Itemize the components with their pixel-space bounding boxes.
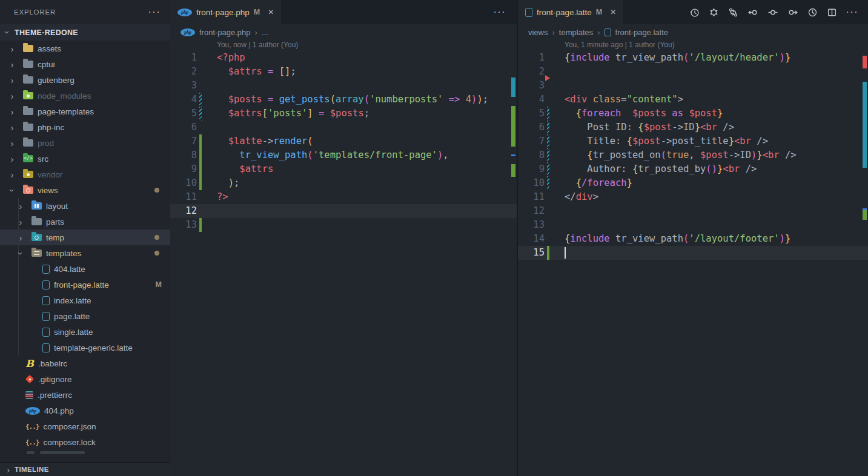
code-line-15[interactable]: 15	[518, 246, 868, 260]
line-number[interactable]: 10	[170, 176, 197, 190]
line-number[interactable]: 3	[170, 79, 197, 93]
workspace-section-header[interactable]: › THEME-REDONE	[0, 24, 170, 41]
breadcrumb-folder[interactable]: views	[528, 28, 548, 37]
tree-item--prettierrc[interactable]: .prettierrc	[0, 387, 170, 403]
code-line-10[interactable]: 10 );	[170, 176, 517, 190]
line-number[interactable]: 1	[518, 51, 545, 65]
tree-item-composer-lock[interactable]: {..}composer.lock	[0, 434, 170, 450]
code-line-1[interactable]: 1{include tr_view_path('/layout/header')…	[518, 51, 868, 65]
tree-item-temp[interactable]: ›temp	[0, 230, 170, 245]
code-line-2[interactable]: 2	[518, 65, 868, 79]
breadcrumb[interactable]: php front-page.php › ...	[170, 24, 517, 40]
tree-item-template-generic-latte[interactable]: template-generic.latte	[0, 340, 170, 355]
tree-item-php-inc[interactable]: ›php-inc	[0, 119, 170, 135]
code-line-11[interactable]: 11</div>	[518, 190, 868, 204]
tree-item-node-modules[interactable]: ›node_modules	[0, 88, 170, 104]
line-number[interactable]: 6	[170, 121, 197, 134]
code-editor-php[interactable]: You, now | 1 author (You) 1<?php2 $attrs…	[170, 40, 517, 476]
line-number[interactable]: 2	[170, 65, 197, 79]
current-change-icon[interactable]	[767, 7, 778, 18]
previous-change-icon[interactable]	[747, 7, 758, 18]
code-line-12[interactable]: 12	[170, 204, 517, 218]
line-number[interactable]: 5	[170, 107, 197, 121]
close-icon[interactable]: ✕	[268, 8, 274, 16]
line-number[interactable]: 7	[170, 134, 197, 148]
close-icon[interactable]: ✕	[610, 8, 616, 16]
code-editor-latte[interactable]: You, 1 minute ago | 1 author (You) 1{inc…	[518, 40, 868, 476]
code-line-6[interactable]: 6 Post ID: {$post->ID}<br />	[518, 121, 868, 134]
explorer-more-actions-icon[interactable]: ···	[148, 9, 161, 15]
line-number[interactable]: 12	[170, 204, 197, 218]
line-number[interactable]: 3	[518, 79, 545, 93]
line-number[interactable]: 12	[518, 204, 545, 218]
code-line-8[interactable]: 8 tr_view_path('templates/front-page'),	[170, 148, 517, 162]
tree-item--babelrc[interactable]: B.babelrc	[0, 355, 170, 371]
tree-item-src[interactable]: ›</>src	[0, 151, 170, 167]
codelens[interactable]: You, 1 minute ago | 1 author (You)	[565, 40, 868, 51]
tree-item-gutenberg[interactable]: ›gutenberg	[0, 72, 170, 88]
line-number[interactable]: 9	[518, 162, 545, 176]
editor-more-actions-icon[interactable]: ···	[494, 9, 517, 15]
tree-item--gitignore[interactable]: .gitignore	[0, 371, 170, 387]
tree-item-index-latte[interactable]: index.latte	[0, 293, 170, 308]
tree-item-templates[interactable]: ›templates	[0, 245, 170, 261]
tree-item-page-templates[interactable]: ›page-templates	[0, 104, 170, 119]
codelens[interactable]: You, now | 1 author (You)	[217, 40, 517, 51]
tree-item-single-latte[interactable]: single.latte	[0, 324, 170, 340]
tree-item-404-latte[interactable]: 404.latte	[0, 261, 170, 277]
pinwheel-icon[interactable]	[709, 7, 719, 18]
tree-item-parts[interactable]: ›parts	[0, 214, 170, 230]
tab-front-page-latte[interactable]: front-page.latte M ✕	[518, 0, 623, 24]
line-number[interactable]: 4	[170, 93, 197, 107]
line-number[interactable]: 13	[518, 218, 545, 232]
history-icon[interactable]	[689, 7, 700, 18]
code-line-10[interactable]: 10 {/foreach}	[518, 176, 868, 190]
code-line-7[interactable]: 7 Title: {$post->post_title}<br />	[518, 134, 868, 148]
code-line-7[interactable]: 7 $latte->render(	[170, 134, 517, 148]
code-line-1[interactable]: 1<?php	[170, 51, 517, 65]
timeline-section-header[interactable]: › TIMELINE	[0, 462, 170, 476]
breadcrumb-file[interactable]: front-page.latte	[615, 28, 668, 37]
code-line-5[interactable]: 5 {foreach $posts as $post}	[518, 107, 868, 121]
tree-item-layout[interactable]: ›layout	[0, 198, 170, 214]
code-line-12[interactable]: 12	[518, 204, 868, 218]
code-line-13[interactable]: 13	[518, 218, 868, 232]
tree-item-404-php[interactable]: php404.php	[0, 403, 170, 418]
tree-item-front-page-latte[interactable]: front-page.latteM	[0, 277, 170, 293]
code-line-4[interactable]: 4 $posts = get_posts(array('numberposts'…	[170, 93, 517, 107]
breadcrumb[interactable]: views › templates › front-page.latte	[518, 24, 868, 40]
code-line-3[interactable]: 3	[170, 79, 517, 93]
line-number[interactable]: 5	[518, 107, 545, 121]
code-line-9[interactable]: 9 Author: {tr_posted_by()}<br />	[518, 162, 868, 176]
code-line-5[interactable]: 5 $attrs['posts'] = $posts;	[170, 107, 517, 121]
line-number[interactable]: 8	[170, 148, 197, 162]
code-line-4[interactable]: 4<div class="content">	[518, 93, 868, 107]
line-number[interactable]: 9	[170, 162, 197, 176]
code-line-8[interactable]: 8 {tr_posted_on(true, $post->ID)}<br />	[518, 148, 868, 162]
breadcrumb-file[interactable]: front-page.php	[199, 28, 251, 37]
line-number[interactable]: 1	[170, 51, 197, 65]
more-actions-icon[interactable]: ···	[846, 7, 858, 18]
code-line-2[interactable]: 2 $attrs = [];	[170, 65, 517, 79]
code-line-9[interactable]: 9 $attrs	[170, 162, 517, 176]
tree-item-views[interactable]: ›views	[0, 182, 170, 198]
breadcrumb-symbol[interactable]: ...	[262, 28, 268, 37]
code-line-13[interactable]: 13	[170, 218, 517, 232]
tree-item-prod[interactable]: ›prod	[0, 135, 170, 151]
line-number[interactable]: 8	[518, 148, 545, 162]
tree-item-page-latte[interactable]: page.latte	[0, 308, 170, 324]
line-number[interactable]: 6	[518, 121, 545, 134]
tree-item-assets[interactable]: ›assets	[0, 41, 170, 56]
line-number[interactable]: 10	[518, 176, 545, 190]
line-number[interactable]: 15	[518, 246, 545, 260]
next-change-icon[interactable]	[787, 7, 798, 18]
code-line-3[interactable]: 3	[518, 79, 868, 93]
line-number[interactable]: 14	[518, 232, 545, 246]
line-number[interactable]: 7	[518, 134, 545, 148]
line-number[interactable]: 13	[170, 218, 197, 232]
code-line-14[interactable]: 14{include tr_view_path('/layout/footer'…	[518, 232, 868, 246]
line-number[interactable]: 4	[518, 93, 545, 107]
tab-front-page-php[interactable]: php front-page.php M ✕	[170, 0, 281, 24]
split-editor-icon[interactable]	[827, 7, 837, 18]
tree-item-cptui[interactable]: ›cptui	[0, 56, 170, 72]
